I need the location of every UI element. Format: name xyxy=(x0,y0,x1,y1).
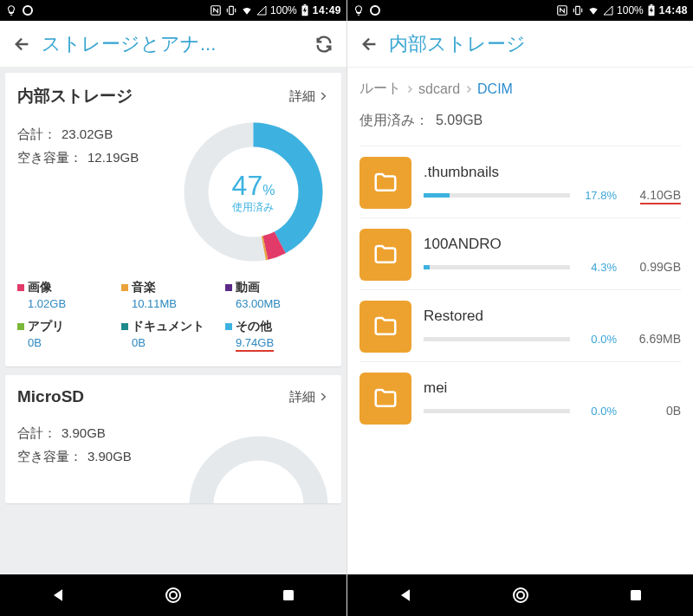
svg-point-19 xyxy=(517,592,524,599)
usage-bar xyxy=(424,337,570,341)
legend-name: その他 xyxy=(225,319,329,334)
legend-value: 63.00MB xyxy=(236,297,329,310)
card-title: 内部ストレージ xyxy=(17,85,289,107)
legend-swatch xyxy=(121,323,128,330)
legend-name: ドキュメント xyxy=(121,319,225,334)
folder-icon xyxy=(359,301,411,353)
folder-size: 0B xyxy=(625,404,681,418)
status-time: 14:49 xyxy=(313,4,341,16)
folder-row[interactable]: 100ANDRO4.3%0.99GB xyxy=(359,217,681,289)
bulb-icon xyxy=(353,4,365,16)
legend-item[interactable]: アプリ0B xyxy=(17,319,121,349)
folder-icon xyxy=(359,373,411,425)
folder-icon xyxy=(359,157,411,209)
nav-back[interactable] xyxy=(42,580,74,611)
nfc-icon xyxy=(210,4,222,16)
legend-name: 動画 xyxy=(225,280,329,295)
internal-storage-card[interactable]: 内部ストレージ 詳細 合計：23.02GB 空き容量：12.19GB xyxy=(5,73,341,366)
svg-rect-4 xyxy=(303,4,306,5)
folder-name: mei xyxy=(424,379,681,397)
svg-point-18 xyxy=(514,588,528,602)
crumb-current[interactable]: DCIM xyxy=(477,81,513,97)
legend-swatch xyxy=(225,284,232,291)
folder-size: 0.99GB xyxy=(625,260,681,274)
vibrate-icon xyxy=(572,4,584,16)
folder-name: 100ANDRO xyxy=(424,236,681,253)
breadcrumb: ルート sdcard DCIM xyxy=(359,80,681,98)
status-bar: 100% 14:49 xyxy=(0,0,346,21)
svg-rect-17 xyxy=(650,4,652,5)
legend-item[interactable]: その他9.74GB xyxy=(225,319,329,349)
legend-value: 10.11MB xyxy=(132,297,225,310)
folder-row[interactable]: .thumbnails17.8%4.10GB xyxy=(359,146,681,217)
legend-item[interactable]: 動画63.00MB xyxy=(225,280,329,310)
wifi-icon xyxy=(241,4,253,16)
signal-icon xyxy=(603,5,613,16)
page-title: 内部ストレージ xyxy=(389,31,686,57)
folder-row[interactable]: Restored0.0%6.69MB xyxy=(359,289,681,361)
battery-percent: 100% xyxy=(270,4,297,16)
screen-body: ルート sdcard DCIM 使用済み：5.09GB .thumbnails1… xyxy=(347,68,693,574)
chevron-right-icon xyxy=(317,90,329,102)
legend-swatch xyxy=(17,323,24,330)
legend-item[interactable]: ドキュメント0B xyxy=(121,319,225,349)
total-row: 合計：23.02GB xyxy=(17,126,178,143)
legend-swatch xyxy=(225,323,232,330)
folder-name: .thumbnails xyxy=(424,164,681,181)
legend-swatch xyxy=(121,284,128,291)
usage-bar xyxy=(424,409,570,413)
back-button[interactable] xyxy=(354,29,385,60)
folder-size: 6.69MB xyxy=(625,332,681,346)
refresh-button[interactable] xyxy=(308,29,340,60)
wifi-icon xyxy=(587,4,599,16)
page-title: ストレージとアナ... xyxy=(42,31,308,57)
svg-rect-2 xyxy=(230,6,234,14)
nav-recent[interactable] xyxy=(273,580,304,611)
screen-internal-storage: 100% 14:48 内部ストレージ ルート sdcard DCIM 使用済み：… xyxy=(346,0,693,616)
svg-rect-20 xyxy=(631,590,641,600)
legend-value: 9.74GB xyxy=(236,336,329,349)
bulb-icon xyxy=(5,4,17,16)
storage-donut-chart: 47% 使用済み xyxy=(178,116,329,268)
usage-percent: 17.8% xyxy=(579,189,617,202)
status-time: 14:48 xyxy=(659,4,688,16)
battery-icon xyxy=(301,4,309,16)
legend-swatch xyxy=(17,284,24,291)
donut-label: 使用済み xyxy=(232,200,275,215)
crumb-root[interactable]: ルート xyxy=(359,80,401,98)
legend-name: 音楽 xyxy=(121,280,225,295)
svg-point-11 xyxy=(170,592,177,599)
chevron-right-icon xyxy=(463,84,474,94)
nav-home[interactable] xyxy=(505,580,536,611)
svg-point-10 xyxy=(166,588,180,602)
microsd-donut-chart xyxy=(183,430,334,503)
svg-point-13 xyxy=(371,6,379,15)
folder-row[interactable]: mei0.0%0B xyxy=(359,361,681,433)
legend-value: 1.02GB xyxy=(28,297,121,310)
usage-bar xyxy=(424,193,570,198)
back-button[interactable] xyxy=(7,29,38,60)
crumb-sdcard[interactable]: sdcard xyxy=(418,81,460,97)
nav-home[interactable] xyxy=(158,580,189,611)
usage-percent: 4.3% xyxy=(579,261,617,274)
chevron-right-icon xyxy=(405,84,415,94)
circle-icon xyxy=(23,5,33,16)
legend-item[interactable]: 音楽10.11MB xyxy=(121,280,225,310)
legend-item[interactable]: 画像1.02GB xyxy=(17,280,121,310)
folder-list: .thumbnails17.8%4.10GB100ANDRO4.3%0.99GB… xyxy=(359,146,681,433)
legend-value: 0B xyxy=(132,336,225,349)
svg-rect-12 xyxy=(283,590,294,600)
app-bar: ストレージとアナ... xyxy=(0,21,346,68)
circle-icon xyxy=(370,5,380,16)
detail-link[interactable]: 詳細 xyxy=(289,88,329,105)
battery-icon xyxy=(647,4,656,16)
signal-icon xyxy=(256,5,267,16)
donut-percent: 47 xyxy=(232,170,263,201)
nfc-icon xyxy=(556,4,568,16)
nav-recent[interactable] xyxy=(620,580,651,611)
folder-size: 4.10GB xyxy=(625,188,681,202)
nav-back[interactable] xyxy=(390,580,421,611)
microsd-card[interactable]: MicroSD 詳細 合計：3.90GB 空き容量：3.90GB xyxy=(5,375,341,503)
svg-point-9 xyxy=(202,449,316,504)
detail-link[interactable]: 詳細 xyxy=(289,389,329,405)
